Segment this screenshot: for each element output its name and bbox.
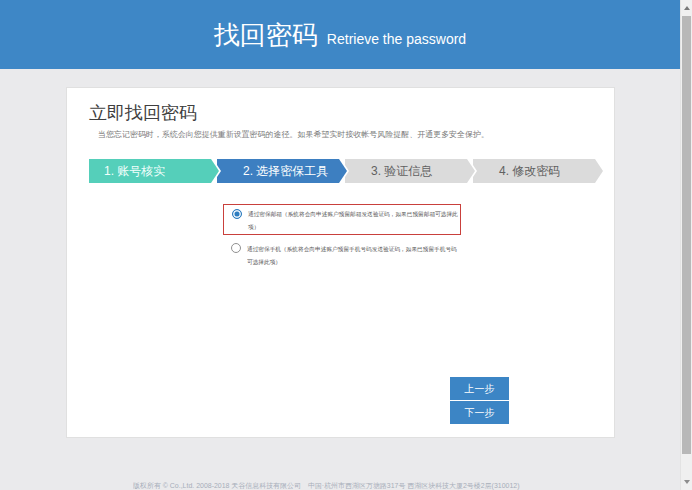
page-header: 找回密码 Retrieve the password bbox=[0, 0, 680, 69]
previous-step-button[interactable]: 上一步 bbox=[450, 377, 509, 400]
vertical-scrollbar[interactable] bbox=[680, 0, 692, 490]
radio-security-email-selected[interactable] bbox=[232, 209, 242, 219]
card-description: 当您忘记密码时，系统会向您提供重新设置密码的途径。如果希望实时接收帐号风险提醒、… bbox=[98, 130, 489, 140]
retrieve-password-card: 立即找回密码 当您忘记密码时，系统会向您提供重新设置密码的途径。如果希望实时接收… bbox=[66, 87, 615, 438]
next-step-button[interactable]: 下一步 bbox=[450, 401, 509, 424]
page-title: 找回密码 bbox=[214, 20, 318, 50]
scrollbar-thumb[interactable] bbox=[682, 16, 691, 454]
scrollbar-down-button[interactable] bbox=[681, 474, 692, 490]
step-progress-bar: 1. 账号核实 2. 选择密保工具 3. 验证信息 4. 修改密码 bbox=[89, 159, 601, 183]
page-subtitle: Retrieve the password bbox=[327, 31, 466, 47]
option-security-phone-label: 通过密保手机（系统将会向申述账户预留手机号码发送验证码，如果已预留手机号码可选择… bbox=[247, 242, 460, 268]
scroll-up-icon bbox=[684, 6, 690, 10]
step-1-account-verify: 1. 账号核实 bbox=[89, 159, 211, 183]
step-3-verify-info: 3. 验证信息 bbox=[345, 159, 467, 183]
scroll-down-icon bbox=[684, 480, 690, 484]
scrollbar-up-button[interactable] bbox=[681, 0, 692, 16]
card-title: 立即找回密码 bbox=[89, 101, 197, 125]
option-security-email-label: 通过密保邮箱（系统将会向申述账户预留邮箱发送验证码，如果已预留邮箱可选择此项） bbox=[248, 207, 461, 233]
option-security-phone[interactable]: 通过密保手机（系统将会向申述账户预留手机号码发送验证码，如果已预留手机号码可选择… bbox=[223, 240, 461, 270]
step-4-change-password: 4. 修改密码 bbox=[473, 159, 595, 183]
radio-security-phone[interactable] bbox=[231, 243, 241, 253]
page: 找回密码 Retrieve the password 立即找回密码 当您忘记密码… bbox=[0, 0, 692, 490]
option-security-email[interactable]: 通过密保邮箱（系统将会向申述账户预留邮箱发送验证码，如果已预留邮箱可选择此项） bbox=[223, 204, 461, 235]
step-buttons: 上一步 下一步 bbox=[450, 377, 509, 424]
copyright-footer: 版权所有 © Co.,Ltd. 2008-2018 天谷信息科技有限公司 中国·… bbox=[133, 481, 519, 490]
step-2-choose-security-tool: 2. 选择密保工具 bbox=[217, 159, 339, 183]
